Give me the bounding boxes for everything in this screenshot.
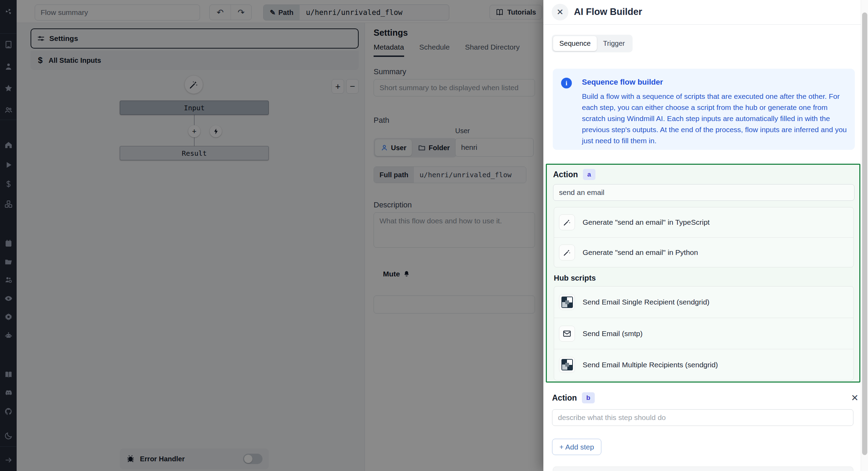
hub-script-item[interactable]: Send Email Multiple Recipients (sendgrid… [554, 349, 853, 380]
hub-script-label: Send Email Multiple Recipients (sendgrid… [583, 361, 718, 369]
hub-script-label: Send Email Single Recipient (sendgrid) [583, 298, 709, 306]
info-body: Build a flow with a sequence of scripts … [582, 91, 848, 146]
suggestion-list: Generate "send an email" in TypeScript G… [554, 207, 854, 267]
hub-script-item[interactable]: Send Email Single Recipient (sendgrid) [554, 286, 853, 318]
action-a-badge: a [583, 169, 596, 180]
magic-wand-icon [559, 245, 575, 260]
hub-script-label: Send Email (smtp) [583, 329, 643, 338]
close-icon: ✕ [557, 7, 564, 17]
tab-sequence[interactable]: Sequence [553, 36, 597, 51]
mail-icon [559, 326, 575, 342]
suggestion-generate-typescript[interactable]: Generate "send an email" in TypeScript [554, 207, 853, 237]
action-a-input[interactable] [553, 184, 854, 201]
close-icon: ✕ [851, 393, 859, 403]
ai-panel-title: AI Flow Builder [574, 7, 642, 17]
action-b-input[interactable] [552, 409, 853, 426]
action-a-card: Action a Generate "send an email" in Typ… [546, 164, 860, 383]
sendgrid-icon [559, 357, 575, 373]
panel-scrollbar[interactable] [861, 0, 868, 471]
add-step-button[interactable]: + Add step [552, 439, 601, 455]
remove-action-b-button[interactable]: ✕ [849, 393, 861, 403]
suggestion-label: Generate "send an email" in TypeScript [583, 218, 710, 226]
hub-script-item[interactable]: Send Email (smtp) [554, 318, 853, 349]
suggestion-label: Generate "send an email" in Python [583, 248, 698, 257]
mode-toggle: Sequence Trigger [552, 35, 633, 52]
action-b-badge: b [582, 392, 595, 403]
magic-wand-icon [559, 214, 575, 230]
cutoff-section [553, 466, 853, 471]
ai-panel-header: ✕ AI Flow Builder [543, 0, 868, 25]
action-a-label: Action [553, 170, 578, 179]
info-title: Sequence flow builder [582, 78, 663, 87]
sendgrid-icon [559, 294, 575, 310]
ai-flow-builder-panel: ✕ AI Flow Builder Sequence Trigger i Seq… [543, 0, 868, 471]
windmill-flow-editor: ↶ ↷ ✎ Path u/henri/unrivaled_flow Tutori… [0, 0, 868, 471]
close-panel-button[interactable]: ✕ [552, 4, 568, 20]
action-b-label: Action [552, 393, 577, 403]
info-callout: i Sequence flow builder Build a flow wit… [553, 69, 855, 150]
action-b-header: Action b [552, 392, 595, 403]
hub-scripts-label: Hub scripts [554, 274, 596, 283]
modal-dim-overlay[interactable] [0, 0, 543, 471]
tab-trigger[interactable]: Trigger [597, 36, 631, 51]
info-icon: i [561, 78, 572, 88]
suggestion-generate-python[interactable]: Generate "send an email" in Python [554, 237, 853, 267]
scrollbar-thumb[interactable] [862, 12, 867, 455]
hub-script-list: Send Email Single Recipient (sendgrid) S… [554, 286, 854, 380]
